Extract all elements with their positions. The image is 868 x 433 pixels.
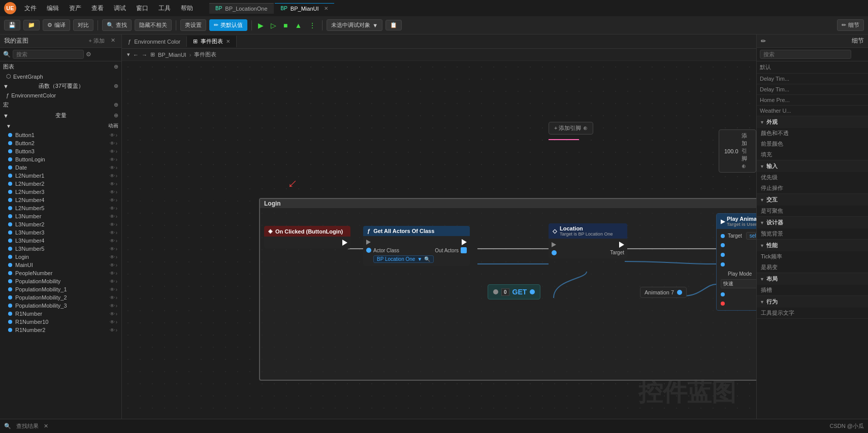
class-settings-button[interactable]: 类设置 bbox=[180, 19, 206, 31]
get-all-actors-node[interactable]: ƒ Get All Actors Of Class Actor Class Ou… bbox=[363, 226, 470, 266]
section-variables[interactable]: ▼ 变量 ⊕ bbox=[0, 110, 121, 121]
environment-color-item[interactable]: ƒ EnvironmentColor bbox=[0, 91, 121, 99]
tab-bp-location[interactable]: BP BP_LocationOne bbox=[209, 3, 274, 14]
add-function-icon[interactable]: ⊕ bbox=[114, 83, 118, 89]
compile-button[interactable]: ⚙ 编译 bbox=[43, 19, 70, 31]
var-l3n2[interactable]: L3Number2 👁› bbox=[0, 220, 121, 228]
tab-bp-mainui[interactable]: BP BP_MianUI ✕ bbox=[275, 3, 334, 14]
menu-edit[interactable]: 编辑 bbox=[43, 3, 63, 14]
play-mode-dropdown[interactable]: 快速 ▼ bbox=[721, 279, 756, 288]
var-mainui[interactable]: MainUI 👁› bbox=[0, 261, 121, 269]
animation7-node[interactable]: Animation 7 bbox=[640, 287, 687, 298]
right-home-item[interactable]: Home Pre... bbox=[757, 95, 868, 106]
class-defaults-button[interactable]: ✏ 类默认值 bbox=[209, 19, 247, 31]
var-button3[interactable]: Button3 👁› bbox=[0, 147, 121, 155]
var-pop2[interactable]: PopulationMobility_2 👁› bbox=[0, 293, 121, 302]
menu-tools[interactable]: 工具 bbox=[154, 3, 175, 14]
diff-button[interactable]: 对比 bbox=[73, 19, 93, 31]
var-l2n4[interactable]: L2Number4 👁› bbox=[0, 196, 121, 204]
right-delay2-item[interactable]: Delay Tim... bbox=[757, 84, 868, 95]
var-button2[interactable]: Button2 👁› bbox=[0, 139, 121, 147]
behavior-header[interactable]: ▼ 行为 bbox=[757, 296, 868, 308]
search-results-close[interactable]: ✕ bbox=[44, 423, 48, 429]
tab-event-close[interactable]: ✕ bbox=[226, 39, 230, 44]
step-button[interactable]: ▷ bbox=[269, 20, 278, 30]
hide-unrelated-button[interactable]: 隐藏不相关 bbox=[135, 19, 172, 31]
var-l3n4[interactable]: L3Number4 👁› bbox=[0, 237, 121, 245]
add-graph-icon[interactable]: ⊕ bbox=[114, 63, 118, 70]
on-clicked-node[interactable]: ◈ On Clicked (ButtonLogin) bbox=[264, 226, 350, 249]
interaction-header[interactable]: ▼ 交互 bbox=[757, 194, 868, 206]
right-default-item[interactable]: 默认 bbox=[757, 61, 868, 74]
var-l2n1[interactable]: L2Number1 👁› bbox=[0, 172, 121, 180]
var-r1n2[interactable]: R1Number2 👁› bbox=[0, 326, 121, 334]
var-date[interactable]: Date 👁› bbox=[0, 163, 121, 172]
play-animation-node[interactable]: ▶ Play Animation Target is User Widget bbox=[716, 213, 756, 311]
input-header[interactable]: ▼ 输入 bbox=[757, 160, 868, 172]
layout-header[interactable]: ▼ 布局 bbox=[757, 273, 868, 285]
menu-view[interactable]: 查看 bbox=[87, 3, 108, 14]
eject-button[interactable]: ▲ bbox=[293, 20, 304, 30]
add-input-btn[interactable]: + 添加引脚 ⊕ bbox=[554, 124, 588, 132]
debug-target-button[interactable]: 未选中调试对象 ▼ bbox=[327, 19, 382, 31]
var-pop3[interactable]: PopulationMobility_3 👁› bbox=[0, 302, 121, 310]
breadcrumb-root[interactable]: BP_MianUI bbox=[158, 52, 186, 58]
var-l3n5[interactable]: L3Number5 👁› bbox=[0, 245, 121, 253]
breadcrumb-back-icon[interactable]: ← bbox=[133, 52, 139, 58]
var-buttonlogin[interactable]: ButtonLogin 👁› bbox=[0, 155, 121, 163]
tab-close-btn[interactable]: ✕ bbox=[324, 6, 328, 11]
stop-button[interactable]: ■ bbox=[281, 20, 290, 30]
settings-icon[interactable]: ⚙ bbox=[86, 51, 91, 58]
var-r1n[interactable]: R1Number 👁› bbox=[0, 310, 121, 318]
menu-debug[interactable]: 调试 bbox=[110, 3, 130, 14]
var-pop[interactable]: PopulationMobility 👁› bbox=[0, 277, 121, 285]
right-search-input[interactable] bbox=[760, 50, 851, 59]
add-button[interactable]: + 添加 bbox=[87, 37, 107, 45]
event-graph-item[interactable]: ⬡ EventGraph bbox=[0, 72, 121, 81]
appearance-header[interactable]: ▼ 外观 bbox=[757, 116, 868, 128]
location-node[interactable]: ◇ Location Target is BP Location One Ta bbox=[549, 223, 627, 258]
var-l2n5[interactable]: L2Number5 👁› bbox=[0, 204, 121, 212]
more-play-options[interactable]: ⋮ bbox=[307, 20, 318, 30]
detail-button[interactable]: ✏ 细节 bbox=[837, 19, 864, 31]
section-graphs[interactable]: 图表 ⊕ bbox=[0, 61, 121, 72]
bp-location-selector[interactable]: BP Location One ▼ 🔍 bbox=[373, 255, 434, 263]
breadcrumb-nav-icon[interactable]: ▾ bbox=[127, 51, 130, 58]
add-input-btn-2[interactable]: 添加引脚 ⊕ bbox=[742, 132, 751, 170]
target-self-value[interactable]: self bbox=[746, 232, 756, 240]
var-login[interactable]: Login 👁› bbox=[0, 253, 121, 261]
search-input[interactable] bbox=[13, 50, 84, 59]
var-l2n2[interactable]: L2Number2 👁› bbox=[0, 180, 121, 188]
var-r1n10[interactable]: R1Number10 👁› bbox=[0, 318, 121, 326]
performance-header[interactable]: ▼ 性能 bbox=[757, 240, 868, 251]
var-pop1[interactable]: PopulationMobility_1 👁› bbox=[0, 285, 121, 293]
menu-asset[interactable]: 资产 bbox=[65, 3, 85, 14]
get-node[interactable]: 0 GET bbox=[488, 284, 540, 299]
blueprint-canvas[interactable]: + 添加引脚 ⊕ 100.0 添加引脚 ⊕ Login ↓ ◈ On Click… bbox=[122, 61, 756, 419]
section-macros[interactable]: 宏 ⊕ bbox=[0, 99, 121, 110]
save-button[interactable]: 💾 bbox=[4, 20, 20, 30]
section-animation[interactable]: ▼ 动画 bbox=[0, 121, 121, 131]
var-l3n[interactable]: L3Number 👁› bbox=[0, 212, 121, 220]
menu-window[interactable]: 窗口 bbox=[132, 3, 152, 14]
menu-file[interactable]: 文件 bbox=[20, 3, 41, 14]
breadcrumb-forward-icon[interactable]: → bbox=[142, 52, 147, 58]
tab-event-graph[interactable]: ⊞ 事件图表 ✕ bbox=[187, 36, 237, 47]
var-l3n3[interactable]: L3Number3 👁› bbox=[0, 228, 121, 237]
add-variable-icon[interactable]: ⊕ bbox=[114, 112, 118, 119]
debug-action-button[interactable]: 📋 bbox=[385, 20, 402, 30]
var-button1[interactable]: Button1 👁› bbox=[0, 131, 121, 139]
add-macro-icon[interactable]: ⊕ bbox=[114, 102, 118, 108]
var-l2n3[interactable]: L2Number3 👁› bbox=[0, 188, 121, 196]
play-button[interactable]: ▶ bbox=[256, 20, 266, 30]
designer-header[interactable]: ▼ 设计器 bbox=[757, 217, 868, 228]
var-people[interactable]: PeopleNumber 👁› bbox=[0, 269, 121, 277]
right-delay1-item[interactable]: Delay Tim... bbox=[757, 74, 868, 84]
search-results-label[interactable]: 查找结果 bbox=[16, 422, 39, 430]
close-panel-button[interactable]: ✕ bbox=[109, 37, 117, 45]
browse-button[interactable]: 📁 bbox=[23, 20, 40, 30]
section-functions[interactable]: ▼ 函数（37可覆盖） ⊕ bbox=[0, 81, 121, 91]
right-weather-item[interactable]: Weather U... bbox=[757, 106, 868, 116]
menu-help[interactable]: 帮助 bbox=[177, 3, 197, 14]
find-button[interactable]: 🔍 查找 bbox=[102, 19, 132, 31]
